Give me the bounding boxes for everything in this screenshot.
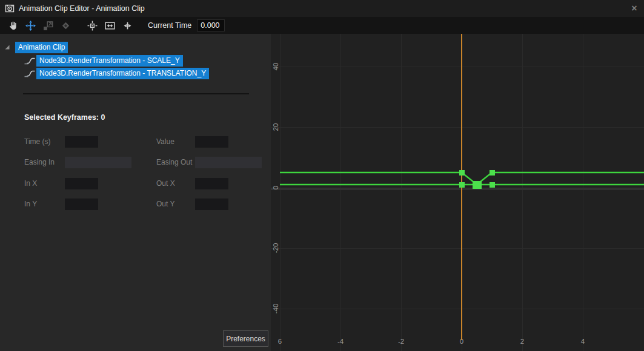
toolbar: Current Time 0.000 [0, 17, 644, 34]
focus-crosshair-icon [87, 21, 98, 31]
tree-item-label: Node3D.RenderTransformation - TRANSLATIO… [36, 68, 209, 79]
curve-icon [24, 69, 35, 77]
time-label: Time (s) [24, 136, 51, 148]
easing-in-select[interactable] [65, 157, 131, 168]
out-y-label: Out Y [156, 198, 174, 210]
out-x-input[interactable] [195, 178, 228, 189]
panel-divider [23, 93, 249, 94]
hand-icon [8, 21, 18, 31]
selected-keyframes-count: 0 [101, 113, 105, 122]
tree-item-label: Animation Clip [15, 42, 68, 53]
preferences-button[interactable]: Preferences [223, 330, 268, 347]
move-arrows-icon [25, 21, 36, 31]
selected-keyframes-label: Selected Keyframes: [24, 113, 99, 122]
window-title: Animation Clip Editor - Animation Clip [19, 0, 145, 17]
animation-curves [271, 34, 644, 351]
easing-out-select[interactable] [195, 157, 262, 168]
easing-out-label: Easing Out [156, 157, 192, 168]
keyframe[interactable] [459, 182, 465, 188]
clip-panel: Animation Clip Node3D.RenderTransformati… [0, 34, 271, 351]
easing-in-label: Easing In [24, 157, 55, 168]
add-keyframe-tool-button[interactable] [58, 18, 73, 33]
scale-tool-button[interactable] [41, 18, 56, 33]
in-x-label: In X [24, 178, 37, 189]
out-y-input[interactable] [195, 198, 228, 210]
time-input[interactable] [65, 136, 98, 148]
current-time-input[interactable]: 0.000 [197, 19, 225, 31]
keyframe-diamond-icon [61, 21, 71, 31]
out-x-label: Out X [156, 178, 175, 189]
value-label: Value [156, 136, 174, 148]
keyframe[interactable] [459, 170, 465, 176]
split-horizontal-icon [122, 21, 133, 31]
keyframe[interactable] [473, 181, 482, 189]
current-time-label: Current Time [148, 21, 191, 30]
in-y-input[interactable] [65, 198, 98, 210]
pan-tool-button[interactable] [5, 18, 21, 33]
animation-clip-editor-window: Animation Clip Editor - Animation Clip × [0, 0, 644, 351]
keyframe[interactable] [490, 170, 495, 176]
close-icon[interactable]: × [628, 0, 641, 17]
title-bar: Animation Clip Editor - Animation Clip × [0, 0, 644, 17]
curve-graph[interactable]: 6-4-202440200-20-40 [271, 34, 644, 351]
tree-item-translation-y[interactable]: Node3D.RenderTransformation - TRANSLATIO… [24, 68, 209, 79]
tree-item-scale-y[interactable]: Node3D.RenderTransformation - SCALE_Y [24, 55, 183, 66]
scale-icon [43, 21, 53, 31]
keyframe[interactable] [490, 182, 495, 188]
split-tool-button[interactable] [120, 18, 135, 33]
in-y-label: In Y [24, 198, 37, 210]
in-x-input[interactable] [65, 178, 98, 189]
film-clip-icon [5, 4, 15, 13]
fit-width-button[interactable] [102, 18, 118, 33]
focus-keyframe-button[interactable] [85, 18, 100, 33]
fit-width-icon [105, 21, 115, 31]
tree-item-animation-clip[interactable]: Animation Clip [15, 42, 68, 53]
tree-expander-icon[interactable] [4, 44, 10, 50]
tree-item-label: Node3D.RenderTransformation - SCALE_Y [36, 55, 183, 67]
selected-keyframes-text: Selected Keyframes: 0 [24, 113, 105, 122]
value-input[interactable] [195, 136, 228, 148]
curve-icon [24, 56, 35, 65]
move-tool-button[interactable] [23, 18, 38, 33]
